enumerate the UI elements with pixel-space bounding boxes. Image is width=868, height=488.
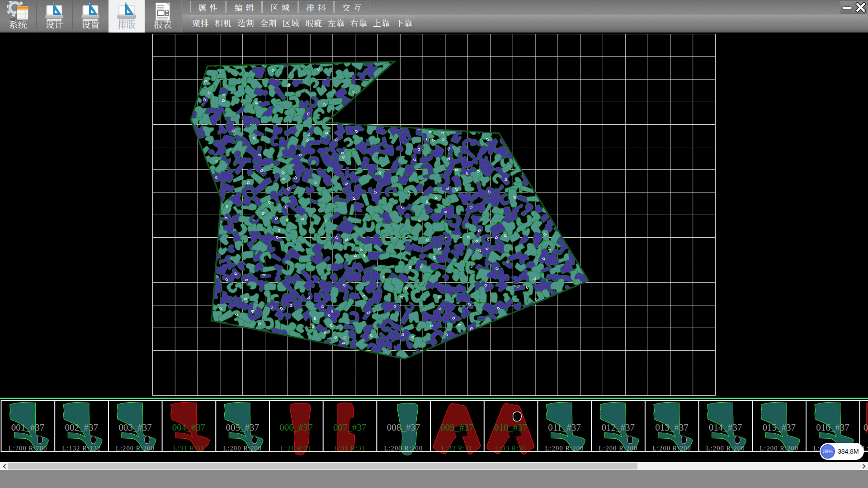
svg-text:001_#37: 001_#37 bbox=[11, 422, 45, 433]
svg-text:013_#37: 013_#37 bbox=[655, 422, 689, 433]
svg-text:009_#37: 009_#37 bbox=[440, 422, 474, 433]
svg-text:L:200 R:200: L:200 R:200 bbox=[384, 445, 423, 452]
svg-text:015_#37: 015_#37 bbox=[763, 422, 796, 433]
svg-text:L:32 R:31: L:32 R:31 bbox=[442, 445, 473, 452]
svg-text:016_#37: 016_#37 bbox=[816, 422, 849, 433]
svg-text:L:200 R:200: L:200 R:200 bbox=[652, 445, 691, 452]
svg-text:010_#37: 010_#37 bbox=[494, 422, 528, 433]
svg-text:L:200 R:200: L:200 R:200 bbox=[116, 445, 155, 452]
svg-text:0: 0 bbox=[863, 422, 868, 433]
svg-text:014_#37: 014_#37 bbox=[709, 422, 742, 433]
svg-text:L:200 R:200: L:200 R:200 bbox=[706, 445, 745, 452]
svg-text:006_#37: 006_#37 bbox=[279, 422, 313, 433]
svg-text:L:700 R:700: L:700 R:700 bbox=[9, 445, 47, 452]
svg-text:012_#37: 012_#37 bbox=[601, 422, 635, 433]
svg-text:L:33 R:33: L:33 R:33 bbox=[495, 445, 526, 452]
svg-text:004_#37: 004_#37 bbox=[172, 422, 206, 433]
svg-text:011_#37: 011_#37 bbox=[548, 422, 581, 433]
svg-text:L:200 R:200: L:200 R:200 bbox=[545, 445, 584, 452]
svg-text:L:132 R:132: L:132 R:132 bbox=[62, 445, 101, 452]
svg-text:005_#37: 005_#37 bbox=[226, 422, 259, 433]
svg-text:007_#37: 007_#37 bbox=[333, 422, 367, 433]
svg-text:002_#37: 002_#37 bbox=[65, 422, 98, 433]
svg-text:L:200 R:200: L:200 R:200 bbox=[760, 445, 798, 452]
svg-text:003_#37: 003_#37 bbox=[118, 422, 152, 433]
svg-text:L:200 R:200: L:200 R:200 bbox=[223, 445, 262, 452]
svg-text:L:200 R:200: L:200 R:200 bbox=[599, 445, 637, 452]
svg-text:008_#37: 008_#37 bbox=[387, 422, 420, 433]
svg-text:L:31 R:31: L:31 R:31 bbox=[334, 445, 365, 452]
svg-text:L:31 R:31: L:31 R:31 bbox=[173, 445, 204, 452]
svg-text:L:21 R:21: L:21 R:21 bbox=[280, 445, 311, 452]
